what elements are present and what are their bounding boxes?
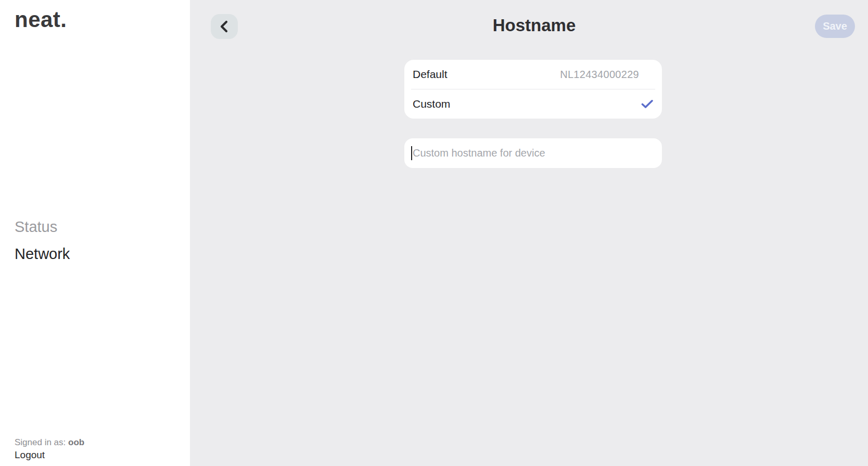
- sidebar-item-network[interactable]: Network: [15, 245, 70, 263]
- hostname-option-custom[interactable]: Custom: [404, 89, 662, 119]
- sidebar: neat. Status Network Signed in as: oob L…: [0, 0, 190, 466]
- default-hostname-value: NL12434000229: [560, 69, 639, 81]
- hostname-content: Default NL12434000229 Custom: [404, 60, 662, 168]
- checkmark-icon: [641, 99, 654, 109]
- save-button[interactable]: Save: [815, 15, 855, 38]
- chevron-left-icon: [219, 19, 230, 34]
- main-panel: Hostname Save Default NL12434000229 Cust…: [190, 0, 868, 466]
- sidebar-item-status[interactable]: Status: [15, 218, 70, 236]
- custom-hostname-input[interactable]: [404, 138, 662, 168]
- sidebar-footer: Signed in as: oob Logout: [15, 436, 84, 462]
- neat-logo: neat.: [15, 7, 67, 32]
- signed-in-label: Signed in as:: [15, 437, 68, 447]
- signed-in-username: oob: [68, 437, 84, 447]
- page-title: Hostname: [200, 16, 868, 35]
- back-button[interactable]: [211, 14, 238, 39]
- hostname-option-default[interactable]: Default NL12434000229: [404, 60, 662, 89]
- hostname-options-card: Default NL12434000229 Custom: [404, 60, 662, 119]
- custom-hostname-field-wrap: [404, 138, 662, 168]
- option-label: Default: [413, 68, 448, 81]
- sidebar-nav: Status Network: [15, 218, 70, 272]
- signed-in-text: Signed in as: oob: [15, 436, 84, 448]
- option-label: Custom: [413, 98, 450, 110]
- logout-link[interactable]: Logout: [15, 448, 84, 462]
